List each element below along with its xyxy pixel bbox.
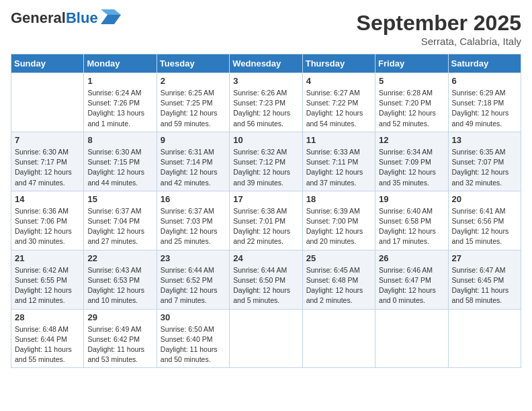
day-number: 15 [87, 194, 152, 204]
calendar-week-row: 7Sunrise: 6:30 AMSunset: 7:17 PMDaylight… [11, 132, 521, 191]
day-info: Sunrise: 6:36 AMSunset: 7:06 PMDaylight:… [15, 206, 80, 247]
day-info: Sunrise: 6:37 AMSunset: 7:04 PMDaylight:… [87, 206, 152, 247]
calendar-cell: 12Sunrise: 6:34 AMSunset: 7:09 PMDayligh… [375, 132, 448, 191]
day-number: 20 [452, 194, 517, 204]
day-number: 5 [379, 76, 444, 86]
calendar-cell: 8Sunrise: 6:30 AMSunset: 7:15 PMDaylight… [84, 132, 157, 191]
calendar-week-row: 28Sunrise: 6:48 AMSunset: 6:44 PMDayligh… [11, 309, 521, 368]
calendar-cell: 3Sunrise: 6:26 AMSunset: 7:23 PMDaylight… [230, 73, 302, 132]
calendar-cell: 17Sunrise: 6:38 AMSunset: 7:01 PMDayligh… [230, 191, 302, 250]
day-info: Sunrise: 6:47 AMSunset: 6:45 PMDaylight:… [452, 265, 517, 306]
day-number: 23 [161, 253, 226, 263]
calendar-cell: 30Sunrise: 6:50 AMSunset: 6:40 PMDayligh… [157, 309, 229, 368]
calendar-cell: 18Sunrise: 6:39 AMSunset: 7:00 PMDayligh… [302, 191, 375, 250]
calendar-cell: 4Sunrise: 6:27 AMSunset: 7:22 PMDaylight… [302, 73, 375, 132]
day-number: 24 [233, 253, 298, 263]
calendar-cell [230, 309, 302, 368]
page-header: GeneralBlue September 2025 Serrata, Cala… [11, 11, 521, 47]
day-number: 6 [452, 76, 517, 86]
calendar-cell: 5Sunrise: 6:28 AMSunset: 7:20 PMDaylight… [375, 73, 448, 132]
day-number: 25 [306, 253, 371, 263]
day-info: Sunrise: 6:27 AMSunset: 7:22 PMDaylight:… [306, 88, 371, 129]
calendar-cell: 27Sunrise: 6:47 AMSunset: 6:45 PMDayligh… [448, 250, 521, 309]
day-info: Sunrise: 6:50 AMSunset: 6:40 PMDaylight:… [161, 324, 226, 365]
calendar-cell: 14Sunrise: 6:36 AMSunset: 7:06 PMDayligh… [11, 191, 84, 250]
calendar-cell [11, 73, 84, 132]
day-number: 12 [379, 135, 444, 145]
calendar-cell: 20Sunrise: 6:41 AMSunset: 6:56 PMDayligh… [448, 191, 521, 250]
day-info: Sunrise: 6:34 AMSunset: 7:09 PMDaylight:… [379, 147, 444, 188]
day-info: Sunrise: 6:30 AMSunset: 7:17 PMDaylight:… [15, 147, 80, 188]
day-of-week-header: Sunday [11, 54, 84, 73]
day-number: 1 [87, 76, 152, 86]
title-block: September 2025 Serrata, Calabria, Italy [357, 11, 521, 47]
calendar-cell: 13Sunrise: 6:35 AMSunset: 7:07 PMDayligh… [448, 132, 521, 191]
calendar-cell [448, 309, 521, 368]
calendar-cell: 28Sunrise: 6:48 AMSunset: 6:44 PMDayligh… [11, 309, 84, 368]
day-of-week-header: Monday [84, 54, 157, 73]
location: Serrata, Calabria, Italy [357, 36, 521, 47]
calendar-cell: 6Sunrise: 6:29 AMSunset: 7:18 PMDaylight… [448, 73, 521, 132]
day-number: 8 [87, 135, 152, 145]
day-info: Sunrise: 6:37 AMSunset: 7:03 PMDaylight:… [161, 206, 226, 247]
day-number: 14 [15, 194, 80, 204]
day-info: Sunrise: 6:49 AMSunset: 6:42 PMDaylight:… [87, 324, 152, 365]
day-info: Sunrise: 6:38 AMSunset: 7:01 PMDaylight:… [233, 206, 298, 247]
day-number: 4 [306, 76, 371, 86]
day-info: Sunrise: 6:24 AMSunset: 7:26 PMDaylight:… [87, 88, 152, 129]
day-info: Sunrise: 6:40 AMSunset: 6:58 PMDaylight:… [379, 206, 444, 247]
calendar-table: SundayMondayTuesdayWednesdayThursdayFrid… [11, 54, 521, 368]
calendar-cell: 10Sunrise: 6:32 AMSunset: 7:12 PMDayligh… [230, 132, 302, 191]
calendar-cell: 21Sunrise: 6:42 AMSunset: 6:55 PMDayligh… [11, 250, 84, 309]
day-of-week-header: Friday [375, 54, 448, 73]
calendar-week-row: 1Sunrise: 6:24 AMSunset: 7:26 PMDaylight… [11, 73, 521, 132]
day-info: Sunrise: 6:44 AMSunset: 6:50 PMDaylight:… [233, 265, 298, 306]
calendar-cell: 26Sunrise: 6:46 AMSunset: 6:47 PMDayligh… [375, 250, 448, 309]
day-info: Sunrise: 6:42 AMSunset: 6:55 PMDaylight:… [15, 265, 80, 306]
day-number: 10 [233, 135, 298, 145]
day-info: Sunrise: 6:25 AMSunset: 7:25 PMDaylight:… [161, 88, 226, 129]
day-number: 13 [452, 135, 517, 145]
day-number: 3 [233, 76, 298, 86]
day-info: Sunrise: 6:44 AMSunset: 6:52 PMDaylight:… [161, 265, 226, 306]
calendar-cell: 29Sunrise: 6:49 AMSunset: 6:42 PMDayligh… [84, 309, 157, 368]
day-number: 21 [15, 253, 80, 263]
day-number: 30 [161, 312, 226, 322]
logo: GeneralBlue [11, 11, 121, 26]
day-info: Sunrise: 6:48 AMSunset: 6:44 PMDaylight:… [15, 324, 80, 365]
logo-icon [101, 9, 121, 24]
calendar-week-row: 14Sunrise: 6:36 AMSunset: 7:06 PMDayligh… [11, 191, 521, 250]
day-info: Sunrise: 6:35 AMSunset: 7:07 PMDaylight:… [452, 147, 517, 188]
day-number: 28 [15, 312, 80, 322]
day-number: 16 [161, 194, 226, 204]
calendar-week-row: 21Sunrise: 6:42 AMSunset: 6:55 PMDayligh… [11, 250, 521, 309]
day-info: Sunrise: 6:39 AMSunset: 7:00 PMDaylight:… [306, 206, 371, 247]
day-info: Sunrise: 6:43 AMSunset: 6:53 PMDaylight:… [87, 265, 152, 306]
day-info: Sunrise: 6:31 AMSunset: 7:14 PMDaylight:… [161, 147, 226, 188]
calendar-cell: 7Sunrise: 6:30 AMSunset: 7:17 PMDaylight… [11, 132, 84, 191]
day-number: 7 [15, 135, 80, 145]
day-info: Sunrise: 6:28 AMSunset: 7:20 PMDaylight:… [379, 88, 444, 129]
day-number: 9 [161, 135, 226, 145]
day-number: 26 [379, 253, 444, 263]
day-number: 18 [306, 194, 371, 204]
calendar-cell: 24Sunrise: 6:44 AMSunset: 6:50 PMDayligh… [230, 250, 302, 309]
calendar-cell: 19Sunrise: 6:40 AMSunset: 6:58 PMDayligh… [375, 191, 448, 250]
svg-marker-0 [101, 15, 121, 24]
svg-marker-1 [101, 9, 121, 15]
calendar-cell: 11Sunrise: 6:33 AMSunset: 7:11 PMDayligh… [302, 132, 375, 191]
calendar-cell: 9Sunrise: 6:31 AMSunset: 7:14 PMDaylight… [157, 132, 229, 191]
day-of-week-header: Saturday [448, 54, 521, 73]
day-info: Sunrise: 6:32 AMSunset: 7:12 PMDaylight:… [233, 147, 298, 188]
calendar-cell [302, 309, 375, 368]
calendar-cell: 23Sunrise: 6:44 AMSunset: 6:52 PMDayligh… [157, 250, 229, 309]
day-info: Sunrise: 6:41 AMSunset: 6:56 PMDaylight:… [452, 206, 517, 247]
calendar-cell: 1Sunrise: 6:24 AMSunset: 7:26 PMDaylight… [84, 73, 157, 132]
day-number: 29 [87, 312, 152, 322]
calendar-cell [375, 309, 448, 368]
day-info: Sunrise: 6:29 AMSunset: 7:18 PMDaylight:… [452, 88, 517, 129]
day-info: Sunrise: 6:26 AMSunset: 7:23 PMDaylight:… [233, 88, 298, 129]
calendar-cell: 25Sunrise: 6:45 AMSunset: 6:48 PMDayligh… [302, 250, 375, 309]
calendar-cell: 15Sunrise: 6:37 AMSunset: 7:04 PMDayligh… [84, 191, 157, 250]
calendar-cell: 2Sunrise: 6:25 AMSunset: 7:25 PMDaylight… [157, 73, 229, 132]
